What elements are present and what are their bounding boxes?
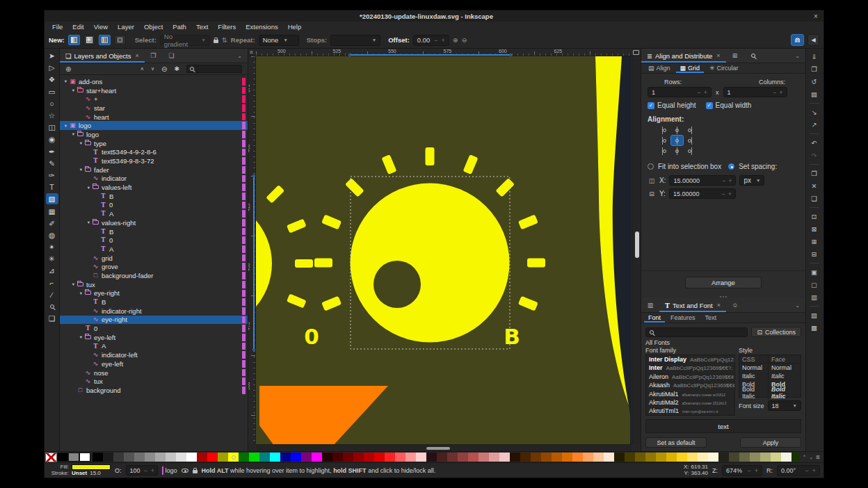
collapse-snap-icon[interactable]: ◀ [807,34,819,46]
palette-swatch[interactable] [322,453,332,462]
revert-icon[interactable]: ↺ [809,76,820,87]
palette-swatch[interactable] [708,453,718,462]
spacing-x-input[interactable]: 15.00000−+ [669,175,736,186]
xml-editor-icon[interactable]: ▩ [809,323,820,333]
style-row-normal[interactable]: NormalNormal [739,364,801,372]
palette-swatch[interactable] [134,453,145,462]
tab-symbols-icon[interactable]: ☺ [726,302,744,309]
palette-swatch[interactable] [656,453,666,462]
palette-swatch[interactable] [583,453,593,462]
redo-icon[interactable]: ↷ [809,150,820,161]
palette-swatch[interactable] [791,453,799,462]
tab-text-and-font[interactable]: T Text and Font × [659,298,726,312]
layer-row-indicator-left[interactable]: ∿indicator-left [60,350,248,359]
pencil-tool[interactable]: ✎ [46,158,58,169]
knob-value-left[interactable]: 0 [304,324,319,349]
layer-row-grove[interactable]: ∿grove [60,262,248,271]
knob-main[interactable] [351,184,510,343]
chevron-down-icon[interactable]: ⌄ [232,53,248,59]
print-icon[interactable]: ▤ [809,89,820,99]
palette-swatch[interactable] [385,453,395,462]
shape-builder-tool[interactable]: ❖ [46,74,58,85]
expander-icon[interactable]: ▾ [63,123,69,129]
palette-swatch[interactable] [562,453,572,462]
zoom-selection-icon[interactable]: ⊡ [809,211,820,222]
subtab-features[interactable]: Features [666,313,700,323]
ruler-vertical[interactable]: 375400425450475500 [248,56,256,444]
menu-text[interactable]: Text [191,23,213,31]
minus-icon[interactable]: − [721,190,725,197]
palette-swatch[interactable] [437,453,447,462]
equal-height-checkbox[interactable]: ✓ [648,102,654,109]
palette-swatch[interactable] [207,453,218,462]
black-swatch[interactable] [57,453,68,462]
layer-row-heart[interactable]: ∿heart [60,113,248,122]
align-anchor-tl[interactable] [659,125,670,135]
layer-row-eye-right[interactable]: ▾eye-right [60,289,248,298]
layer-row-indicator-right[interactable]: ∿indicator-right [60,307,248,316]
scrollbar-vertical[interactable] [632,56,641,444]
snap-toggle-button[interactable]: ⋒ [791,34,804,46]
palette-swatch[interactable] [645,453,656,462]
palette-swatch[interactable] [166,453,176,462]
menu-object[interactable]: Object [139,23,168,31]
text-tool[interactable]: T [46,181,58,193]
font-search-input[interactable] [645,327,748,337]
calligraphy-tool[interactable]: ✑ [46,170,58,181]
palette-swatch[interactable] [186,453,197,462]
knob-value-right[interactable]: B [504,324,520,349]
layer-row-B[interactable]: TB [60,298,248,307]
plus-icon[interactable]: + [779,89,782,96]
fill-color-swatch[interactable] [72,464,111,470]
align-anchor-bl[interactable] [659,146,670,156]
subtab-align[interactable]: ▤Align [644,63,675,73]
spray-tool[interactable]: ✳ [46,253,58,264]
connector-tool[interactable]: ⌐ [46,277,58,288]
minus-icon[interactable]: − [434,37,437,44]
palette-swatch[interactable] [531,453,541,462]
canvas-area[interactable]: a 500525550575600625 375400425450475500 … [248,49,641,451]
menu-file[interactable]: File [47,23,67,31]
spacing-y-input[interactable]: 15.00000−+ [669,188,736,199]
palette-swatch[interactable] [698,453,708,462]
layer-row-0[interactable]: T0 [60,236,248,245]
layer-row-background-fader[interactable]: □background-fader [60,271,248,280]
palette-swatch[interactable] [718,453,729,462]
mesh-tool[interactable]: ▦ [46,205,58,216]
apply-button[interactable]: Apply [740,437,801,448]
layer-row-tux[interactable]: ∿tux [60,377,248,386]
palette-swatch[interactable] [499,453,510,462]
tab-layers-and-objects[interactable]: ❏ Layers and Objects × [60,49,145,63]
palette-swatch[interactable] [635,453,645,462]
all-fonts-label[interactable]: All Fonts [645,339,801,346]
image-icon[interactable]: ▧ [809,310,820,320]
rectangle-tool[interactable]: ▭ [46,86,58,97]
export-icon[interactable]: ↗ [809,120,820,130]
layer-row-star[interactable]: ∿star [60,104,248,113]
layer-row-B[interactable]: TB [60,227,248,236]
plus-icon[interactable]: + [704,89,707,96]
palette-swatch[interactable] [541,453,552,462]
align-anchor-br[interactable] [684,146,696,156]
plus-icon[interactable]: + [151,467,154,474]
palette-swatch[interactable] [103,453,113,462]
set-default-button[interactable]: Set as default [645,437,707,448]
equal-width-checkbox[interactable]: ✓ [706,102,713,109]
plus-icon[interactable]: + [442,37,445,44]
save-icon[interactable]: ⇓ [809,51,820,62]
align-anchor-l[interactable] [659,136,670,145]
scrollbar-vertical-handle[interactable] [635,231,639,258]
palette-swatch[interactable] [760,453,771,462]
undo-icon[interactable]: ↶ [809,138,820,148]
rotation-input[interactable]: 0.00° − + [777,465,820,476]
remove-layer-icon[interactable]: ⊖ [161,65,167,73]
palette-swatch[interactable] [781,453,791,462]
stroke-value[interactable]: Unset [72,471,87,476]
zoom-center-page-icon[interactable]: ⊟ [809,249,820,259]
plus-icon[interactable]: + [812,467,816,474]
layer-row-logo[interactable]: ▾▣logo [60,121,248,130]
layer-row-B[interactable]: TB [60,192,248,201]
menu-help[interactable]: Help [283,23,307,31]
expander-icon[interactable]: ▾ [86,220,92,225]
stops-dropdown[interactable]: ▼ [330,35,380,46]
